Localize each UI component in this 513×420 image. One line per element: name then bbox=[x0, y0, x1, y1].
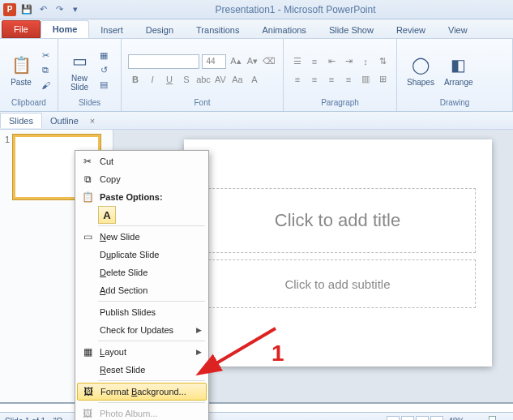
case-button[interactable]: Aa bbox=[230, 72, 245, 87]
new-slide-button[interactable]: ▭ New Slide bbox=[65, 48, 94, 93]
ctx-layout-label: Layout bbox=[100, 347, 126, 357]
clear-format-icon[interactable]: ⌫ bbox=[262, 54, 276, 69]
tab-home[interactable]: Home bbox=[41, 20, 90, 38]
ctx-separator bbox=[98, 402, 205, 403]
tab-review[interactable]: Review bbox=[385, 22, 437, 38]
subtitle-placeholder[interactable]: Click to add subtitle bbox=[200, 259, 476, 308]
font-size-select[interactable]: 44 bbox=[202, 54, 226, 69]
arrange-icon: ◧ bbox=[447, 54, 470, 76]
ctx-duplicate-slide[interactable]: Duplicate Slide bbox=[77, 246, 207, 264]
clipboard-label: Clipboard bbox=[6, 98, 51, 109]
indent-inc-icon[interactable]: ⇥ bbox=[341, 54, 356, 69]
reset-icon[interactable]: ↺ bbox=[97, 64, 110, 77]
redo-icon[interactable]: ↷ bbox=[53, 4, 65, 15]
panel-close-icon[interactable]: × bbox=[90, 116, 103, 126]
ctx-check-updates[interactable]: Check for Updates▶ bbox=[77, 321, 207, 339]
align-text-icon[interactable]: ⊞ bbox=[375, 72, 390, 87]
justify-icon[interactable]: ≡ bbox=[341, 72, 356, 87]
line-spacing-icon[interactable]: ↕ bbox=[358, 54, 373, 69]
spacing-button[interactable]: AV bbox=[213, 72, 228, 87]
section-icon[interactable]: ▤ bbox=[97, 79, 110, 92]
ctx-layout[interactable]: ▦Layout▶ bbox=[77, 343, 207, 361]
sorter-view-icon[interactable] bbox=[401, 416, 414, 421]
ribbon: 📋 Paste ✂ ⧉ 🖌 Clipboard ▭ New Slide ▦ ↺ … bbox=[0, 39, 513, 112]
ctx-separator bbox=[98, 225, 205, 226]
title-placeholder[interactable]: Click to add title bbox=[200, 188, 476, 253]
drawing-label: Drawing bbox=[404, 98, 506, 109]
ctx-cut[interactable]: ✂Cut bbox=[77, 152, 207, 170]
slide-counter: Slide 1 of 1 bbox=[5, 417, 45, 420]
qat-dropdown-icon[interactable]: ▾ bbox=[70, 4, 81, 15]
tab-insert[interactable]: Insert bbox=[89, 22, 135, 38]
align-left-icon[interactable]: ≡ bbox=[290, 72, 305, 87]
columns-icon[interactable]: ▥ bbox=[358, 72, 373, 87]
font-family-select[interactable] bbox=[128, 54, 199, 69]
font-color-button[interactable]: A bbox=[247, 72, 262, 87]
file-tab[interactable]: File bbox=[2, 20, 41, 38]
tab-slideshow[interactable]: Slide Show bbox=[318, 22, 385, 38]
italic-button[interactable]: I bbox=[145, 72, 160, 87]
ctx-new-slide[interactable]: ▭New Slide bbox=[77, 228, 207, 246]
shadow-button[interactable]: abc bbox=[196, 72, 211, 87]
copy-icon: ⧉ bbox=[80, 172, 95, 186]
bullets-icon[interactable]: ☰ bbox=[290, 54, 305, 69]
text-direction-icon[interactable]: ⇅ bbox=[375, 54, 390, 69]
grow-font-icon[interactable]: A▴ bbox=[229, 54, 243, 69]
reading-view-icon[interactable] bbox=[416, 416, 429, 421]
clipboard-icon: 📋 bbox=[80, 190, 95, 204]
slide[interactable]: Click to add title Click to add subtitle bbox=[184, 139, 492, 366]
ctx-delete-label: Delete Slide bbox=[100, 268, 147, 277]
window-title: Presentation1 - Microsoft PowerPoint bbox=[81, 4, 510, 15]
panel-tab-outline[interactable]: Outline bbox=[42, 114, 87, 128]
panel-tab-slides[interactable]: Slides bbox=[0, 113, 42, 128]
zoom-value[interactable]: 48% bbox=[448, 417, 464, 420]
format-painter-icon[interactable]: 🖌 bbox=[39, 79, 52, 92]
layout-icon[interactable]: ▦ bbox=[97, 49, 110, 62]
indent-dec-icon[interactable]: ⇤ bbox=[324, 54, 339, 69]
app-icon: P bbox=[3, 3, 16, 16]
paste-button[interactable]: 📋 Paste bbox=[6, 52, 36, 88]
tab-design[interactable]: Design bbox=[135, 22, 185, 38]
context-menu: ✂Cut ⧉Copy 📋Paste Options: A ▭New Slide … bbox=[75, 150, 209, 420]
shapes-button[interactable]: ◯ Shapes bbox=[404, 52, 438, 88]
quick-access-toolbar: 💾 ↶ ↷ ▾ bbox=[21, 4, 81, 15]
view-buttons bbox=[387, 416, 443, 421]
numbering-icon[interactable]: ≡ bbox=[307, 54, 322, 69]
new-slide-icon: ▭ bbox=[68, 49, 91, 72]
paste-theme-icon: A bbox=[98, 206, 116, 224]
align-center-icon[interactable]: ≡ bbox=[307, 72, 322, 87]
save-icon[interactable]: 💾 bbox=[21, 4, 32, 15]
arrange-button[interactable]: ◧ Arrange bbox=[441, 52, 477, 88]
tab-transitions[interactable]: Transitions bbox=[185, 22, 250, 38]
slideshow-view-icon[interactable] bbox=[430, 416, 443, 421]
underline-button[interactable]: U bbox=[162, 72, 177, 87]
normal-view-icon[interactable] bbox=[387, 416, 400, 421]
shrink-font-icon[interactable]: A▾ bbox=[246, 54, 260, 69]
ctx-photoalbum-label: Photo Album... bbox=[100, 409, 158, 418]
undo-icon[interactable]: ↶ bbox=[37, 4, 49, 15]
language-indicator[interactable]: "O bbox=[53, 417, 62, 420]
ctx-paste-option-theme[interactable]: A bbox=[98, 206, 207, 224]
font-label: Font bbox=[128, 98, 276, 109]
bold-button[interactable]: B bbox=[128, 72, 143, 87]
ctx-delete-slide[interactable]: Delete Slide bbox=[77, 264, 207, 281]
tab-animations[interactable]: Animations bbox=[250, 22, 317, 38]
ctx-format-background[interactable]: 🖼Format Background... bbox=[77, 383, 207, 401]
ctx-copy[interactable]: ⧉Copy bbox=[77, 170, 207, 188]
zoom-out-icon[interactable]: − bbox=[468, 417, 472, 420]
format-bg-icon: 🖼 bbox=[81, 384, 96, 399]
ctx-duplicate-label: Duplicate Slide bbox=[100, 250, 159, 259]
group-drawing: ◯ Shapes ◧ Arrange Drawing bbox=[397, 39, 513, 111]
submenu-arrow-icon: ▶ bbox=[196, 326, 202, 334]
ctx-add-section[interactable]: Add Section bbox=[77, 281, 207, 299]
align-right-icon[interactable]: ≡ bbox=[324, 72, 339, 87]
copy-icon[interactable]: ⧉ bbox=[39, 64, 52, 77]
new-slide-label: New Slide bbox=[71, 74, 88, 92]
cut-icon[interactable]: ✂ bbox=[39, 49, 52, 62]
tab-view[interactable]: View bbox=[437, 22, 479, 38]
strike-button[interactable]: S bbox=[179, 72, 194, 87]
ctx-addsection-label: Add Section bbox=[100, 285, 147, 295]
thumb-number: 1 bbox=[5, 135, 10, 199]
ctx-reset-slide[interactable]: Reset Slide bbox=[77, 361, 207, 379]
ctx-publish-slides[interactable]: Publish Slides bbox=[77, 303, 207, 321]
